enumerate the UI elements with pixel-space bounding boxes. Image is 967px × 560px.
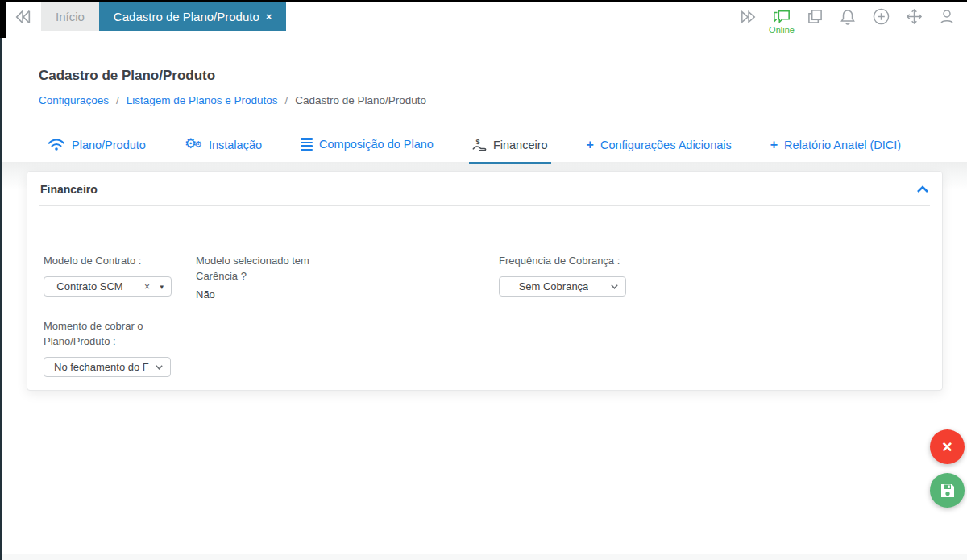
modelo-contrato-select[interactable]: Contrato SCM × ▾ (44, 276, 172, 297)
form-tabs: Plano/Produto ⚙⚙ Instalação Composição d… (44, 133, 904, 164)
breadcrumb-configuracoes[interactable]: Configurações (39, 94, 109, 106)
topbar-spacer (286, 2, 740, 31)
user-icon[interactable] (938, 8, 956, 26)
window-top-edge (0, 0, 967, 2)
field-label: Modelo selecionado tem Carência ? (196, 253, 317, 284)
tab-label: Composição do Plano (319, 138, 434, 151)
momento-cobrar-select[interactable]: No fechamento do Fa (44, 357, 171, 377)
collapsed-sidebar-strip (0, 38, 2, 560)
window-tab-label: Cadastro de Plano/Produto (114, 10, 259, 23)
svg-text:$: $ (475, 138, 479, 146)
field-carencia: Modelo selecionado tem Carência ? Não (196, 253, 325, 301)
collapse-panel-button[interactable] (916, 185, 929, 193)
close-tab-icon[interactable]: × (266, 10, 272, 23)
tab-label: Relatório Anatel (DICI) (784, 139, 901, 151)
double-chevron-left-icon (15, 10, 32, 24)
save-button[interactable] (930, 473, 965, 508)
floppy-disk-icon (940, 483, 956, 499)
selected-value: Contrato SCM (56, 280, 122, 292)
plus-icon: + (770, 138, 778, 152)
plus-circle-icon[interactable] (872, 8, 890, 26)
field-label: Modelo de Contrato : (44, 253, 197, 268)
financeiro-panel: Financeiro Modelo de Contrato : Contrato… (27, 171, 943, 391)
dropdown-caret-icon[interactable]: ▾ (160, 283, 164, 291)
tab-relatorio-anatel[interactable]: + Relatório Anatel (DICI) (767, 133, 904, 162)
breadcrumb-separator: / (284, 94, 288, 106)
cancel-x-icon: × (942, 437, 952, 458)
panel-title: Financeiro (40, 183, 98, 196)
panel-header: Financeiro (27, 172, 942, 205)
tab-label: Instalação (209, 139, 262, 151)
field-label: Momento de cobrar o Plano/Produto : (44, 318, 172, 349)
app-window: Início Cadastro de Plano/Produto × Onlin… (0, 0, 967, 560)
frequencia-cobranca-select[interactable]: Sem Cobrança (499, 276, 626, 297)
field-momento-cobrar: Momento de cobrar o Plano/Produto : No f… (44, 318, 197, 377)
breadcrumb-listagem[interactable]: Listagem de Planos e Produtos (127, 94, 278, 106)
tab-instalacao[interactable]: ⚙⚙ Instalação (181, 133, 265, 162)
chevron-down-icon (155, 363, 164, 371)
field-modelo-contrato: Modelo de Contrato : Contrato SCM × ▾ (44, 253, 197, 297)
breadcrumb-current: Cadastro de Plano/Produto (295, 94, 426, 106)
breadcrumb: Configurações / Listagem de Planos e Pro… (39, 94, 967, 106)
field-label: Frequência de Cobrança : (499, 253, 660, 268)
tab-plano-produto[interactable]: Plano/Produto (44, 133, 149, 161)
carencia-value: Não (196, 288, 325, 301)
clear-selection-icon[interactable]: × (144, 281, 150, 292)
page-title: Cadastro de Plano/Produto (39, 68, 967, 84)
cancel-button[interactable]: × (930, 429, 965, 464)
wifi-icon (48, 138, 65, 151)
topbar-icons: Online (740, 2, 967, 31)
field-frequencia-cobranca: Frequência de Cobrança : Sem Cobrança (499, 253, 660, 297)
online-status-label: Online (769, 25, 795, 35)
window-tab-cadastro[interactable]: Cadastro de Plano/Produto × (99, 2, 287, 31)
list-bars-icon (301, 138, 313, 151)
tab-label: Plano/Produto (72, 139, 146, 151)
breadcrumb-separator: / (116, 94, 119, 106)
panel-divider (39, 205, 930, 206)
window-tab-inicio[interactable]: Início (41, 2, 99, 31)
tab-configuracoes-adicionais[interactable]: + Configurações Adicionais (583, 133, 735, 162)
chevron-down-icon (610, 282, 619, 291)
window-tab-label: Início (56, 10, 85, 23)
move-icon[interactable] (905, 8, 923, 26)
tab-financeiro[interactable]: $ Financeiro (469, 133, 551, 164)
page-head: Cadastro de Plano/Produto Configurações … (6, 31, 967, 106)
topbar: Início Cadastro de Plano/Produto × Onlin… (6, 2, 967, 31)
chat-support-icon[interactable]: Online (773, 8, 791, 26)
selected-value: No fechamento do Fa (54, 361, 149, 373)
bell-icon[interactable] (839, 8, 857, 26)
tab-label: Financeiro (493, 139, 548, 151)
plus-icon: + (587, 138, 594, 152)
bottom-scrollbar-strip[interactable] (2, 554, 967, 560)
chevron-up-icon (916, 185, 929, 193)
tabs-scroll-back-button[interactable] (6, 2, 41, 31)
selected-value: Sem Cobrança (519, 280, 589, 292)
window-left-edge-top (0, 0, 6, 38)
hand-holding-dollar-icon: $ (472, 138, 487, 152)
fast-forward-icon[interactable] (740, 8, 757, 26)
gears-icon: ⚙⚙ (185, 138, 202, 152)
tab-label: Configurações Adicionais (600, 139, 732, 151)
tab-composicao-do-plano[interactable]: Composição do Plano (297, 133, 437, 160)
copy-icon[interactable] (806, 8, 824, 26)
